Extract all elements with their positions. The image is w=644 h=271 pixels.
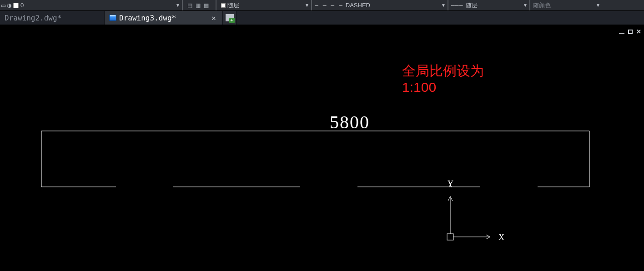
document-tabs: Drawing2.dwg* Drawing3.dwg* ✕ (0, 11, 644, 25)
iso-tools-group: ▤ ▥ ▦ (182, 0, 216, 10)
document-tab[interactable]: Drawing2.dwg* (0, 11, 105, 25)
plotcolor-selector[interactable]: 随颜色 ▼ (529, 0, 602, 10)
scale-annotation: 全局比例设为 1:100 (402, 63, 484, 95)
layer-selector[interactable]: ▭ ◑ 0 ▼ (0, 0, 182, 10)
close-icon[interactable]: ✕ (636, 28, 641, 35)
axis-x-label: X (498, 233, 504, 242)
layer-state-icons: ▭ ◑ (1, 2, 11, 9)
svg-rect-7 (447, 234, 453, 240)
iso-left-icon[interactable]: ▤ (186, 1, 194, 10)
minimize-icon[interactable] (619, 33, 624, 34)
new-tab-button[interactable] (223, 11, 236, 25)
drawing-viewport[interactable]: ✕ (0, 25, 644, 271)
chevron-down-icon[interactable]: ▼ (596, 3, 600, 8)
restore-icon[interactable] (628, 30, 633, 34)
document-tab[interactable]: Drawing3.dwg* ✕ (105, 11, 223, 25)
axis-y-label: Y (448, 179, 453, 189)
chevron-down-icon[interactable]: ▼ (305, 3, 309, 8)
properties-toolbar: ▭ ◑ 0 ▼ ▤ ▥ ▦ 随层 ▼ – – – – DASHED ▼ ——— … (0, 0, 644, 11)
tab-label: Drawing3.dwg* (119, 14, 203, 22)
layer-name: 0 (20, 2, 25, 9)
iso-right-icon[interactable]: ▦ (202, 1, 210, 10)
color-swatch (221, 3, 226, 8)
chevron-down-icon[interactable]: ▼ (176, 3, 180, 8)
lineweight-label: 随层 (466, 1, 478, 10)
linetype-sample: – – – – (315, 2, 343, 9)
linetype-label: DASHED (346, 2, 370, 9)
drawing-canvas (0, 25, 644, 271)
tab-label: Drawing2.dwg* (5, 14, 100, 22)
chevron-down-icon[interactable]: ▼ (523, 3, 528, 8)
layer-color-swatch (13, 3, 19, 8)
dwg-file-icon (109, 15, 116, 21)
color-selector[interactable]: 随层 ▼ (216, 0, 311, 10)
linetype-selector[interactable]: – – – – DASHED ▼ (311, 0, 448, 10)
color-label: 随层 (227, 1, 239, 10)
layer-lightbulb-icon: ◑ (7, 2, 11, 9)
layer-geometry-icon: ▭ (1, 2, 6, 9)
close-icon[interactable]: ✕ (210, 14, 218, 22)
lineweight-sample: ——— (451, 2, 463, 9)
lineweight-selector[interactable]: ——— 随层 ▼ (448, 0, 529, 10)
iso-top-icon[interactable]: ▥ (194, 1, 202, 10)
plotcolor-label: 随颜色 (533, 1, 551, 10)
viewport-window-controls: ✕ (619, 28, 641, 35)
chevron-down-icon[interactable]: ▼ (441, 3, 446, 8)
new-file-icon (226, 14, 234, 21)
dimension-value: 5800 (330, 111, 370, 133)
